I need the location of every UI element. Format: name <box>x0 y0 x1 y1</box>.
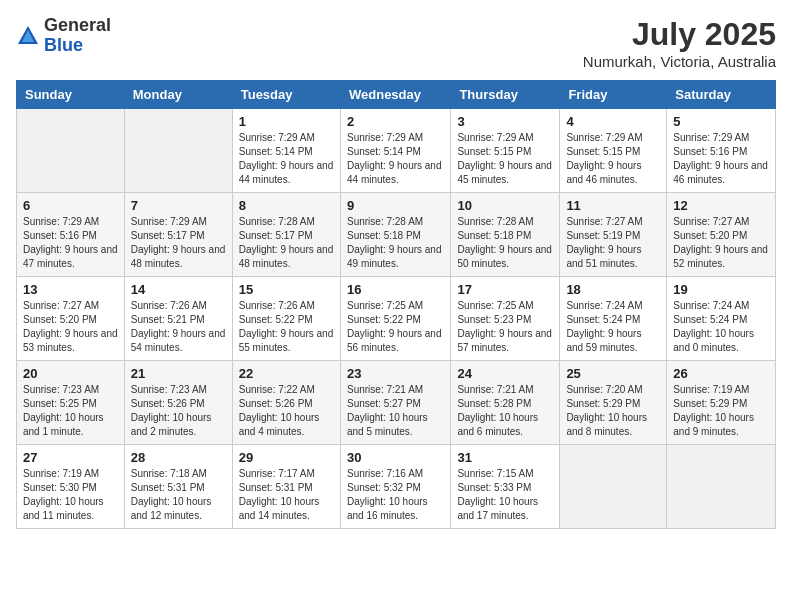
day-info: Sunrise: 7:29 AM Sunset: 5:14 PM Dayligh… <box>239 131 334 187</box>
day-info: Sunrise: 7:20 AM Sunset: 5:29 PM Dayligh… <box>566 383 660 439</box>
day-number: 18 <box>566 282 660 297</box>
day-info: Sunrise: 7:28 AM Sunset: 5:17 PM Dayligh… <box>239 215 334 271</box>
day-cell: 17Sunrise: 7:25 AM Sunset: 5:23 PM Dayli… <box>451 277 560 361</box>
day-number: 7 <box>131 198 226 213</box>
day-cell: 2Sunrise: 7:29 AM Sunset: 5:14 PM Daylig… <box>340 109 450 193</box>
day-cell: 5Sunrise: 7:29 AM Sunset: 5:16 PM Daylig… <box>667 109 776 193</box>
day-cell: 16Sunrise: 7:25 AM Sunset: 5:22 PM Dayli… <box>340 277 450 361</box>
day-cell <box>124 109 232 193</box>
header-monday: Monday <box>124 81 232 109</box>
day-info: Sunrise: 7:28 AM Sunset: 5:18 PM Dayligh… <box>457 215 553 271</box>
day-number: 23 <box>347 366 444 381</box>
day-info: Sunrise: 7:22 AM Sunset: 5:26 PM Dayligh… <box>239 383 334 439</box>
header-tuesday: Tuesday <box>232 81 340 109</box>
day-info: Sunrise: 7:17 AM Sunset: 5:31 PM Dayligh… <box>239 467 334 523</box>
day-cell <box>667 445 776 529</box>
day-cell: 4Sunrise: 7:29 AM Sunset: 5:15 PM Daylig… <box>560 109 667 193</box>
day-info: Sunrise: 7:21 AM Sunset: 5:27 PM Dayligh… <box>347 383 444 439</box>
day-info: Sunrise: 7:16 AM Sunset: 5:32 PM Dayligh… <box>347 467 444 523</box>
week-row-0: 1Sunrise: 7:29 AM Sunset: 5:14 PM Daylig… <box>17 109 776 193</box>
location: Numurkah, Victoria, Australia <box>583 53 776 70</box>
logo-blue: Blue <box>44 36 111 56</box>
day-number: 16 <box>347 282 444 297</box>
header-sunday: Sunday <box>17 81 125 109</box>
day-number: 15 <box>239 282 334 297</box>
day-number: 28 <box>131 450 226 465</box>
logo: General Blue <box>16 16 111 56</box>
day-info: Sunrise: 7:27 AM Sunset: 5:20 PM Dayligh… <box>673 215 769 271</box>
day-number: 29 <box>239 450 334 465</box>
calendar-header-row: SundayMondayTuesdayWednesdayThursdayFrid… <box>17 81 776 109</box>
month-title: July 2025 <box>583 16 776 53</box>
day-number: 13 <box>23 282 118 297</box>
day-info: Sunrise: 7:27 AM Sunset: 5:19 PM Dayligh… <box>566 215 660 271</box>
logo-general: General <box>44 16 111 36</box>
week-row-4: 27Sunrise: 7:19 AM Sunset: 5:30 PM Dayli… <box>17 445 776 529</box>
day-number: 12 <box>673 198 769 213</box>
calendar-table: SundayMondayTuesdayWednesdayThursdayFrid… <box>16 80 776 529</box>
week-row-2: 13Sunrise: 7:27 AM Sunset: 5:20 PM Dayli… <box>17 277 776 361</box>
day-cell: 25Sunrise: 7:20 AM Sunset: 5:29 PM Dayli… <box>560 361 667 445</box>
day-info: Sunrise: 7:29 AM Sunset: 5:15 PM Dayligh… <box>566 131 660 187</box>
day-cell: 11Sunrise: 7:27 AM Sunset: 5:19 PM Dayli… <box>560 193 667 277</box>
day-number: 1 <box>239 114 334 129</box>
logo-text: General Blue <box>44 16 111 56</box>
day-cell: 10Sunrise: 7:28 AM Sunset: 5:18 PM Dayli… <box>451 193 560 277</box>
day-info: Sunrise: 7:27 AM Sunset: 5:20 PM Dayligh… <box>23 299 118 355</box>
day-info: Sunrise: 7:29 AM Sunset: 5:15 PM Dayligh… <box>457 131 553 187</box>
day-number: 19 <box>673 282 769 297</box>
header-saturday: Saturday <box>667 81 776 109</box>
day-info: Sunrise: 7:29 AM Sunset: 5:14 PM Dayligh… <box>347 131 444 187</box>
day-cell: 15Sunrise: 7:26 AM Sunset: 5:22 PM Dayli… <box>232 277 340 361</box>
day-cell: 29Sunrise: 7:17 AM Sunset: 5:31 PM Dayli… <box>232 445 340 529</box>
header-thursday: Thursday <box>451 81 560 109</box>
day-info: Sunrise: 7:19 AM Sunset: 5:30 PM Dayligh… <box>23 467 118 523</box>
day-cell: 19Sunrise: 7:24 AM Sunset: 5:24 PM Dayli… <box>667 277 776 361</box>
day-number: 10 <box>457 198 553 213</box>
day-info: Sunrise: 7:25 AM Sunset: 5:23 PM Dayligh… <box>457 299 553 355</box>
day-cell: 1Sunrise: 7:29 AM Sunset: 5:14 PM Daylig… <box>232 109 340 193</box>
day-info: Sunrise: 7:19 AM Sunset: 5:29 PM Dayligh… <box>673 383 769 439</box>
day-cell: 14Sunrise: 7:26 AM Sunset: 5:21 PM Dayli… <box>124 277 232 361</box>
day-number: 25 <box>566 366 660 381</box>
day-number: 26 <box>673 366 769 381</box>
day-number: 9 <box>347 198 444 213</box>
day-info: Sunrise: 7:18 AM Sunset: 5:31 PM Dayligh… <box>131 467 226 523</box>
day-info: Sunrise: 7:28 AM Sunset: 5:18 PM Dayligh… <box>347 215 444 271</box>
day-info: Sunrise: 7:26 AM Sunset: 5:21 PM Dayligh… <box>131 299 226 355</box>
day-cell: 20Sunrise: 7:23 AM Sunset: 5:25 PM Dayli… <box>17 361 125 445</box>
day-cell: 26Sunrise: 7:19 AM Sunset: 5:29 PM Dayli… <box>667 361 776 445</box>
day-cell: 12Sunrise: 7:27 AM Sunset: 5:20 PM Dayli… <box>667 193 776 277</box>
day-cell: 23Sunrise: 7:21 AM Sunset: 5:27 PM Dayli… <box>340 361 450 445</box>
day-number: 14 <box>131 282 226 297</box>
day-cell <box>17 109 125 193</box>
day-number: 30 <box>347 450 444 465</box>
week-row-3: 20Sunrise: 7:23 AM Sunset: 5:25 PM Dayli… <box>17 361 776 445</box>
day-cell: 6Sunrise: 7:29 AM Sunset: 5:16 PM Daylig… <box>17 193 125 277</box>
day-number: 4 <box>566 114 660 129</box>
day-number: 17 <box>457 282 553 297</box>
header-friday: Friday <box>560 81 667 109</box>
day-cell: 3Sunrise: 7:29 AM Sunset: 5:15 PM Daylig… <box>451 109 560 193</box>
day-cell: 9Sunrise: 7:28 AM Sunset: 5:18 PM Daylig… <box>340 193 450 277</box>
day-info: Sunrise: 7:23 AM Sunset: 5:25 PM Dayligh… <box>23 383 118 439</box>
logo-icon <box>16 24 40 48</box>
day-cell: 8Sunrise: 7:28 AM Sunset: 5:17 PM Daylig… <box>232 193 340 277</box>
day-cell: 22Sunrise: 7:22 AM Sunset: 5:26 PM Dayli… <box>232 361 340 445</box>
day-info: Sunrise: 7:23 AM Sunset: 5:26 PM Dayligh… <box>131 383 226 439</box>
day-number: 20 <box>23 366 118 381</box>
day-cell: 21Sunrise: 7:23 AM Sunset: 5:26 PM Dayli… <box>124 361 232 445</box>
day-info: Sunrise: 7:24 AM Sunset: 5:24 PM Dayligh… <box>673 299 769 355</box>
day-cell: 13Sunrise: 7:27 AM Sunset: 5:20 PM Dayli… <box>17 277 125 361</box>
day-number: 11 <box>566 198 660 213</box>
day-number: 3 <box>457 114 553 129</box>
day-info: Sunrise: 7:29 AM Sunset: 5:16 PM Dayligh… <box>673 131 769 187</box>
day-cell: 30Sunrise: 7:16 AM Sunset: 5:32 PM Dayli… <box>340 445 450 529</box>
title-section: July 2025 Numurkah, Victoria, Australia <box>583 16 776 70</box>
day-cell: 27Sunrise: 7:19 AM Sunset: 5:30 PM Dayli… <box>17 445 125 529</box>
day-number: 8 <box>239 198 334 213</box>
day-cell: 31Sunrise: 7:15 AM Sunset: 5:33 PM Dayli… <box>451 445 560 529</box>
day-number: 27 <box>23 450 118 465</box>
day-info: Sunrise: 7:24 AM Sunset: 5:24 PM Dayligh… <box>566 299 660 355</box>
header-wednesday: Wednesday <box>340 81 450 109</box>
